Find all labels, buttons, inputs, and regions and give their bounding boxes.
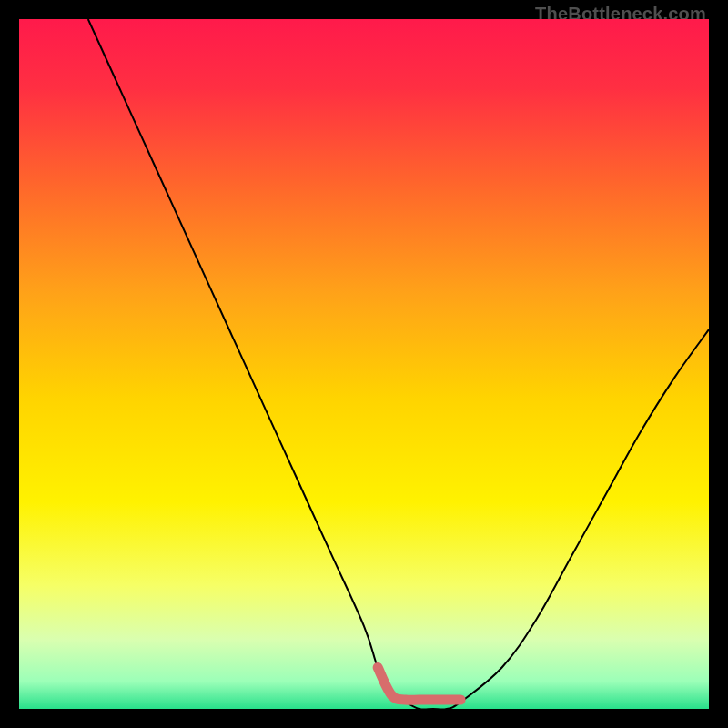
chart-svg: [19, 19, 709, 709]
plot-area: [19, 19, 709, 709]
gradient-background: [19, 19, 709, 709]
chart-stage: TheBottleneck.com: [0, 0, 728, 728]
